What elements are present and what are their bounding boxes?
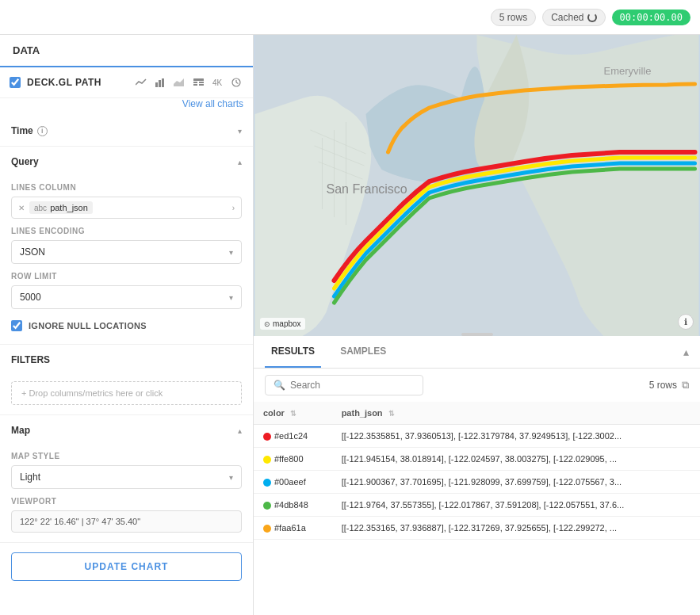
map-style-select[interactable]: Light ▾ bbox=[11, 465, 242, 489]
results-panel: RESULTS SAMPLES ▴ 🔍 5 rows ⧉ bbox=[254, 336, 700, 615]
svg-rect-0 bbox=[155, 82, 158, 87]
search-bar: 🔍 5 rows ⧉ bbox=[254, 369, 700, 402]
rows-badge: 5 rows bbox=[491, 9, 536, 26]
timer-badge: 00:00:00.00 bbox=[612, 10, 690, 25]
cell-color: #ed1c24 bbox=[254, 425, 332, 448]
time-section-header[interactable]: Time i ▾ bbox=[0, 116, 253, 146]
cell-color: #ffe800 bbox=[254, 448, 332, 471]
table-row: #ffe800[[-121.945154, 38.018914], [-122.… bbox=[254, 448, 700, 471]
cached-badge: Cached bbox=[542, 9, 605, 26]
drop-zone-label: + Drop columns/metrics here or click bbox=[21, 388, 163, 398]
area-chart-icon[interactable] bbox=[172, 75, 186, 90]
bar-chart-icon[interactable] bbox=[153, 75, 167, 90]
color-value: #ffe800 bbox=[274, 454, 304, 464]
line-chart-icon[interactable] bbox=[134, 75, 148, 90]
map-section-header[interactable]: Map ▴ bbox=[0, 415, 253, 445]
cell-path-json: [[-122.3535851, 37.9360513], [-122.31797… bbox=[332, 425, 700, 448]
svg-rect-6 bbox=[199, 82, 204, 83]
map-section-body: MAP STYLE Light ▾ VIEWPORT 122° 22' 16.4… bbox=[0, 445, 253, 542]
table-row: #faa61a[[-122.353165, 37.936887], [-122.… bbox=[254, 517, 700, 540]
viewport-label: VIEWPORT bbox=[11, 497, 242, 506]
query-section-title: Query bbox=[11, 156, 39, 167]
table-row: #4db848[[-121.9764, 37.557355], [-122.01… bbox=[254, 494, 700, 517]
time-section-title: Time i bbox=[11, 125, 48, 136]
col-header-color[interactable]: color ⇅ bbox=[254, 402, 332, 425]
refresh-icon bbox=[587, 13, 597, 22]
query-section-body: LINES COLUMN ✕ abc path_json › LINES ENC… bbox=[0, 177, 253, 344]
results-tabs: RESULTS SAMPLES ▴ bbox=[254, 336, 700, 369]
map-section-title: Map bbox=[11, 425, 30, 436]
map-svg: San Francisco Emeryville bbox=[254, 35, 700, 336]
cell-color: #00aeef bbox=[254, 471, 332, 494]
cell-path-json: [[-122.353165, 37.936887], [-122.317269,… bbox=[332, 517, 700, 540]
tag-item: abc path_json bbox=[29, 201, 93, 214]
query-section-header[interactable]: Query ▴ bbox=[0, 147, 253, 177]
tab-samples[interactable]: SAMPLES bbox=[334, 336, 392, 368]
mapbox-icon: ⊙ bbox=[264, 320, 270, 328]
info-button[interactable]: ℹ bbox=[678, 314, 694, 330]
results-table: color ⇅ path_json ⇅ #ed1c24[[-122.353585… bbox=[254, 402, 700, 540]
left-panel: DATA DECK.GL PATH 4K bbox=[0, 35, 254, 615]
drop-zone[interactable]: + Drop columns/metrics here or click bbox=[11, 381, 242, 405]
lines-column-label: LINES COLUMN bbox=[11, 183, 242, 192]
update-chart-button[interactable]: UPDATE CHART bbox=[11, 552, 242, 581]
tag-arrow-icon: › bbox=[232, 204, 235, 212]
svg-marker-3 bbox=[174, 78, 184, 86]
map-collapse-icon: ▴ bbox=[238, 426, 242, 435]
main-layout: DATA DECK.GL PATH 4K bbox=[0, 35, 700, 615]
time-section: Time i ▾ bbox=[0, 116, 253, 147]
top-bar: 5 rows Cached 00:00:00.00 bbox=[0, 0, 700, 35]
filters-title: FILTERS bbox=[11, 354, 50, 365]
cell-path-json: [[-121.945154, 38.018914], [-122.024597,… bbox=[332, 448, 700, 471]
map-container: San Francisco Emeryville ⊙ mapbox ℹ bbox=[254, 35, 700, 336]
row-limit-select[interactable]: 5000 ▾ bbox=[11, 285, 242, 309]
query-collapse-icon: ▴ bbox=[238, 158, 242, 166]
search-input[interactable] bbox=[290, 380, 393, 391]
table-row: #00aeef[[-121.900367, 37.701695], [-121.… bbox=[254, 471, 700, 494]
svg-rect-2 bbox=[162, 78, 164, 87]
svg-rect-8 bbox=[199, 84, 204, 86]
view-all-link[interactable]: View all charts bbox=[182, 98, 253, 116]
resize-handle[interactable] bbox=[461, 333, 493, 336]
resolution-icon[interactable]: 4K bbox=[210, 75, 224, 90]
filters-section: FILTERS + Drop columns/metrics here or c… bbox=[0, 345, 253, 415]
color-value: #00aeef bbox=[274, 477, 306, 487]
table-row: #ed1c24[[-122.3535851, 37.9360513], [-12… bbox=[254, 425, 700, 448]
chart-checkbox[interactable] bbox=[10, 77, 21, 88]
search-input-wrap[interactable]: 🔍 bbox=[265, 375, 423, 395]
right-panel: San Francisco Emeryville ⊙ mapbox ℹ bbox=[254, 35, 700, 615]
svg-rect-7 bbox=[193, 84, 197, 86]
tab-results[interactable]: RESULTS bbox=[265, 336, 321, 368]
svg-rect-1 bbox=[159, 80, 161, 87]
row-limit-value: 5000 bbox=[20, 292, 41, 303]
sort-icon-color: ⇅ bbox=[290, 410, 296, 418]
tab-data[interactable]: DATA bbox=[0, 35, 52, 67]
col-header-path-json[interactable]: path_json ⇅ bbox=[332, 402, 700, 425]
lines-encoding-select[interactable]: JSON ▾ bbox=[11, 240, 242, 264]
color-value: #ed1c24 bbox=[274, 431, 308, 441]
map-section: Map ▴ MAP STYLE Light ▾ VIEWPORT 122° 22… bbox=[0, 415, 253, 543]
cell-color: #faa61a bbox=[254, 517, 332, 540]
time-collapse-icon: ▾ bbox=[238, 127, 242, 136]
search-icon: 🔍 bbox=[273, 380, 285, 391]
color-value: #faa61a bbox=[274, 523, 306, 533]
table-header-row: color ⇅ path_json ⇅ bbox=[254, 402, 700, 425]
clock-icon[interactable] bbox=[229, 75, 243, 90]
map-style-arrow-icon: ▾ bbox=[229, 473, 233, 482]
color-swatch bbox=[263, 525, 271, 533]
tag-type: abc bbox=[34, 204, 47, 212]
tag-close-icon[interactable]: ✕ bbox=[18, 204, 25, 212]
cell-path-json: [[-121.9764, 37.557355], [-122.017867, 3… bbox=[332, 494, 700, 517]
info-icon: i bbox=[37, 126, 48, 136]
cached-label: Cached bbox=[551, 12, 583, 23]
lines-column-input[interactable]: ✕ abc path_json › bbox=[11, 197, 242, 219]
tag-value: path_json bbox=[50, 203, 88, 212]
chart-title: DECK.GL PATH bbox=[27, 77, 128, 88]
map-style-value: Light bbox=[20, 472, 40, 483]
table-icon[interactable] bbox=[191, 75, 205, 90]
color-value: #4db848 bbox=[274, 500, 308, 510]
ignore-null-checkbox[interactable] bbox=[11, 320, 22, 331]
sort-icon-path: ⇅ bbox=[388, 410, 395, 418]
copy-icon[interactable]: ⧉ bbox=[682, 379, 689, 392]
collapse-button[interactable]: ▴ bbox=[683, 346, 689, 358]
